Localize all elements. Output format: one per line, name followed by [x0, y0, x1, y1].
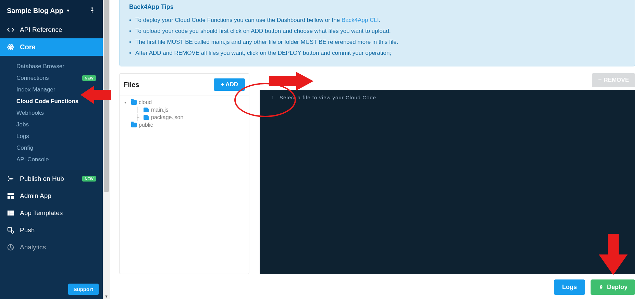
sidebar-item-database-browser[interactable]: Database Browser: [0, 61, 103, 72]
tree-toggle-icon[interactable]: ▾: [124, 100, 129, 105]
files-tree[interactable]: ▾cloud├main.js├package.jsonpublic: [120, 96, 249, 274]
grid-icon: [7, 192, 14, 200]
work-row: Files +ADD ▾cloud├main.js├package.jsonpu…: [119, 73, 635, 274]
nav-label: Publish on Hub: [20, 175, 64, 183]
tree-branch-icon: ├: [135, 107, 141, 113]
svg-rect-14: [8, 227, 12, 231]
pin-icon[interactable]: [88, 6, 96, 15]
code-icon: [7, 26, 14, 34]
tip-link[interactable]: Back4App CLI: [342, 17, 379, 23]
tree-folder[interactable]: public: [124, 121, 244, 129]
add-label: ADD: [225, 81, 238, 88]
editor-toolbar: −REMOVE: [260, 73, 635, 87]
files-panel: Files +ADD ▾cloud├main.js├package.jsonpu…: [119, 73, 249, 274]
file-icon: [144, 115, 149, 120]
sidebar: Sample Blog App ▼ API Reference Core Dat…: [0, 0, 103, 299]
svg-rect-12: [10, 211, 14, 213]
scrollbar-thumb[interactable]: [104, 0, 109, 192]
tips-list: To deploy your Cloud Code Functions you …: [129, 15, 625, 59]
svg-point-6: [12, 178, 14, 179]
nav-label: Push: [20, 226, 35, 234]
analytics-icon: [7, 244, 14, 251]
deploy-button[interactable]: Deploy: [591, 279, 635, 295]
tree-file[interactable]: ├main.js: [124, 106, 244, 114]
footer-buttons: Logs Deploy: [119, 274, 635, 295]
core-submenu: Database BrowserConnectionsNEWIndex Mana…: [0, 56, 103, 170]
editor-placeholder: Select a file to view your Cloud Code: [280, 95, 376, 269]
nav-label: Admin App: [20, 192, 51, 200]
tips-title: Back4App Tips: [129, 3, 625, 11]
sidebar-item-label: Webhooks: [16, 110, 44, 116]
app-title: Sample Blog App: [7, 7, 63, 15]
nav-label: Analytics: [20, 244, 46, 251]
tips-panel: Back4App Tips To deploy your Cloud Code …: [119, 0, 635, 66]
tip-item: After ADD and REMOVE all files you want,…: [129, 48, 625, 59]
nav-push[interactable]: Push: [0, 222, 103, 239]
scroll-down-icon[interactable]: ▼: [103, 294, 110, 298]
atom-icon: [7, 43, 14, 51]
file-icon: [144, 108, 149, 112]
app-switcher[interactable]: Sample Blog App ▼: [7, 7, 70, 15]
tree-node-label: package.json: [151, 114, 183, 121]
svg-rect-8: [8, 193, 14, 195]
sidebar-item-api-console[interactable]: API Console: [0, 154, 103, 165]
svg-rect-10: [11, 196, 14, 199]
sidebar-item-jobs[interactable]: Jobs: [0, 119, 103, 130]
sidebar-item-label: Index Manager: [16, 86, 55, 93]
sidebar-item-label: Logs: [16, 133, 29, 140]
sidebar-item-label: Database Browser: [16, 63, 64, 70]
tree-node-label: main.js: [151, 107, 169, 113]
svg-rect-7: [9, 178, 12, 179]
remove-label: REMOVE: [604, 77, 629, 84]
files-header: Files +ADD: [120, 74, 249, 96]
svg-rect-9: [8, 196, 10, 199]
deploy-label: Deploy: [607, 284, 628, 291]
plus-icon: +: [221, 81, 224, 88]
nav-admin-app[interactable]: Admin App: [0, 187, 103, 204]
main-content: Back4App Tips To deploy your Cloud Code …: [110, 0, 644, 299]
sidebar-item-config[interactable]: Config: [0, 142, 103, 154]
logs-button[interactable]: Logs: [554, 279, 585, 295]
add-button[interactable]: +ADD: [214, 78, 245, 91]
nav-label: App Templates: [20, 209, 63, 217]
files-title: Files: [124, 81, 139, 89]
tree-file[interactable]: ├package.json: [124, 114, 244, 121]
tree-branch-icon: ├: [135, 114, 141, 121]
support-button[interactable]: Support: [68, 284, 99, 295]
folder-icon: [131, 123, 137, 127]
svg-point-15: [11, 231, 14, 233]
nav-core[interactable]: Core: [0, 38, 103, 56]
scrollbar-track[interactable]: ▼: [103, 0, 110, 299]
svg-rect-13: [10, 213, 14, 215]
tip-item: To deploy your Cloud Code Functions you …: [129, 15, 625, 26]
sidebar-item-cloud-code-functions[interactable]: Cloud Code Functions: [0, 96, 103, 107]
nav-publish-on-hub[interactable]: Publish on Hub NEW: [0, 170, 103, 187]
sidebar-item-label: API Console: [16, 156, 49, 163]
code-editor[interactable]: 1 Select a file to view your Cloud Code: [260, 90, 635, 274]
sidebar-item-logs[interactable]: Logs: [0, 130, 103, 142]
caret-down-icon: ▼: [66, 8, 70, 13]
nav-label: Core: [20, 43, 36, 51]
sidebar-item-webhooks[interactable]: Webhooks: [0, 107, 103, 119]
sidebar-item-index-manager[interactable]: Index Manager: [0, 84, 103, 96]
remove-button[interactable]: −REMOVE: [592, 73, 635, 87]
tip-item: The first file MUST BE called main.js an…: [129, 37, 625, 48]
sidebar-item-label: Jobs: [16, 121, 29, 128]
nav-label: API Reference: [20, 26, 62, 34]
line-number: 1: [266, 95, 274, 269]
tree-folder[interactable]: ▾cloud: [124, 99, 244, 106]
templates-icon: [7, 209, 14, 217]
tip-item: To upload your code you should first cli…: [129, 26, 625, 37]
folder-icon: [131, 100, 137, 105]
tree-node-label: public: [139, 122, 153, 128]
hub-icon: [7, 175, 14, 183]
nav-api-reference[interactable]: API Reference: [0, 21, 103, 38]
new-badge: NEW: [82, 75, 96, 81]
sidebar-item-label: Cloud Code Functions: [16, 98, 78, 105]
nav-analytics[interactable]: Analytics: [0, 239, 103, 256]
nav-app-templates[interactable]: App Templates: [0, 204, 103, 222]
rocket-icon: [598, 284, 604, 290]
sidebar-item-connections[interactable]: ConnectionsNEW: [0, 72, 103, 84]
new-badge: NEW: [82, 176, 96, 182]
push-icon: [7, 226, 14, 234]
